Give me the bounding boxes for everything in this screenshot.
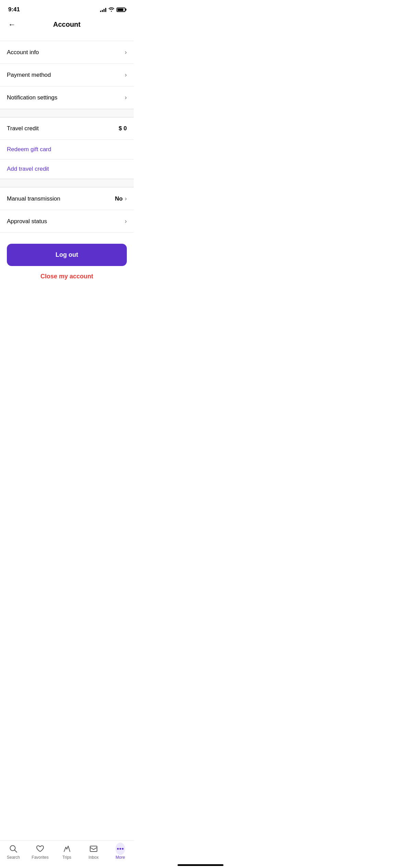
page-title: Account [53,21,81,28]
payment-method-item[interactable]: Payment method › [0,64,134,86]
manual-transmission-item[interactable]: Manual transmission No › [0,188,134,210]
redeem-gift-card-label: Redeem gift card [7,146,51,153]
account-info-chevron: › [125,49,127,56]
menu-section-3: Manual transmission No › Approval status… [0,187,134,233]
add-travel-credit-label: Add travel credit [7,166,49,172]
back-arrow-icon: ← [8,20,16,29]
account-info-item[interactable]: Account info › [0,41,134,64]
notification-settings-label: Notification settings [7,94,57,101]
approval-status-item[interactable]: Approval status › [0,210,134,233]
approval-status-right: › [125,218,127,225]
travel-credit-item: Travel credit $ 0 [0,118,134,140]
manual-transmission-chevron: › [125,195,127,202]
status-time: 9:41 [8,6,20,13]
payment-method-chevron: › [125,71,127,79]
wifi-icon [108,7,114,13]
payment-method-right: › [125,71,127,79]
notification-settings-chevron: › [125,94,127,101]
menu-section-2: Travel credit $ 0 Redeem gift card Add t… [0,117,134,179]
signal-icon [100,7,106,12]
approval-status-label: Approval status [7,218,47,225]
nav-header: ← Account [0,17,134,34]
travel-credit-right: $ 0 [119,125,127,132]
travel-credit-value: $ 0 [119,125,127,132]
manual-transmission-value: No [115,195,123,202]
status-bar: 9:41 [0,0,134,17]
travel-credit-label: Travel credit [7,125,39,132]
logout-button[interactable]: Log out [7,244,127,266]
menu-section-1: Account info › Payment method › Notifica… [0,41,134,109]
status-icons [100,7,125,13]
battery-icon [117,8,125,12]
action-section: Log out Close my account [0,233,134,294]
content-area: Account info › Payment method › Notifica… [0,34,134,328]
notification-settings-item[interactable]: Notification settings › [0,86,134,109]
payment-method-label: Payment method [7,72,51,79]
add-travel-credit-item[interactable]: Add travel credit [0,159,134,179]
section-gap-2 [0,179,134,187]
close-account-button[interactable]: Close my account [7,266,127,287]
redeem-gift-card-item[interactable]: Redeem gift card [0,140,134,159]
manual-transmission-right: No › [115,195,127,202]
notification-settings-right: › [125,94,127,101]
manual-transmission-label: Manual transmission [7,195,60,202]
account-info-right: › [125,49,127,56]
account-info-label: Account info [7,49,39,56]
approval-status-chevron: › [125,218,127,225]
back-button[interactable]: ← [7,19,17,31]
section-gap-1 [0,109,134,117]
